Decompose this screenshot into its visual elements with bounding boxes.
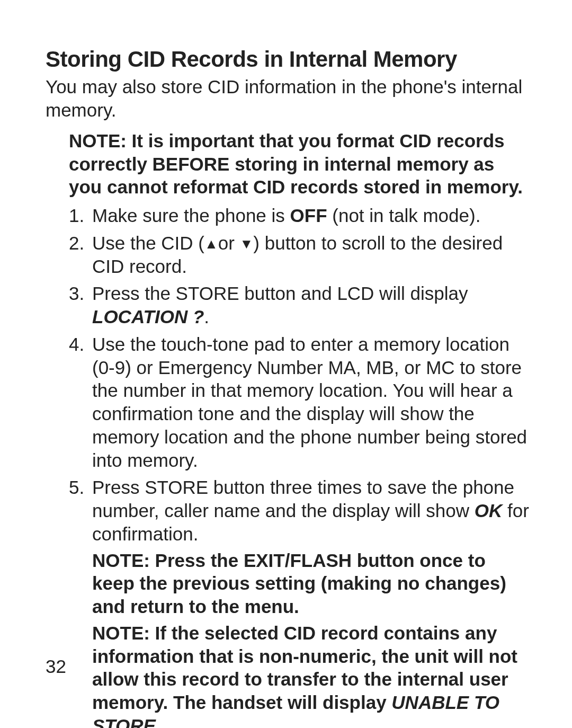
step-4: Use the touch-tone pad to enter a memory… xyxy=(69,333,530,472)
triangle-down-icon: ▼ xyxy=(240,235,254,253)
steps-list: Make sure the phone is OFF (not in talk … xyxy=(69,204,530,728)
step1-text-b: (not in talk mode). xyxy=(327,205,481,226)
note-format: NOTE: It is important that you format CI… xyxy=(69,129,530,199)
step1-off: OFF xyxy=(290,205,327,226)
step3-text-b: . xyxy=(204,306,209,327)
step-3: Press the STORE button and LCD will disp… xyxy=(69,282,530,329)
step3-location: LOCATION ? xyxy=(92,306,204,327)
step2-text-a: Use the CID ( xyxy=(92,233,204,253)
step-5: Press STORE button three times to save t… xyxy=(69,476,530,728)
step5-ok: OK xyxy=(475,500,503,521)
step2-mid: or xyxy=(218,233,240,253)
note-exit-flash: NOTE: Press the EXIT/FLASH button once t… xyxy=(92,549,530,618)
step1-text-a: Make sure the phone is xyxy=(92,205,290,226)
intro-paragraph: You may also store CID information in th… xyxy=(46,75,530,122)
manual-page: Storing CID Records in Internal Memory Y… xyxy=(0,0,572,728)
triangle-up-icon: ▲ xyxy=(204,235,218,253)
note-unable-store: NOTE: If the selected CID record contain… xyxy=(92,622,530,728)
step5-text-a: Press STORE button three times to save t… xyxy=(92,477,514,521)
step-1: Make sure the phone is OFF (not in talk … xyxy=(69,204,530,227)
page-number: 32 xyxy=(46,656,66,677)
note-unable-b: . xyxy=(156,715,161,728)
step-2: Use the CID (▲or ▼) button to scroll to … xyxy=(69,232,530,278)
step3-text-a: Press the STORE button and LCD will disp… xyxy=(92,283,468,304)
page-title: Storing CID Records in Internal Memory xyxy=(46,47,530,72)
